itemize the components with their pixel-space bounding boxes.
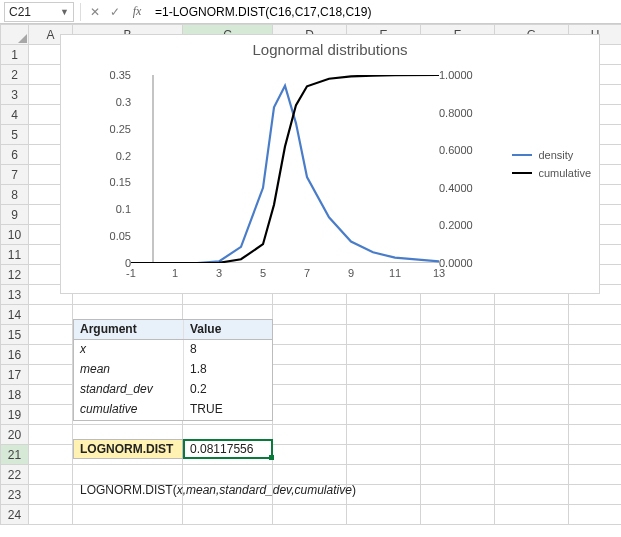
cell[interactable] — [347, 485, 421, 505]
chart[interactable]: Lognormal distributions 00.050.10.150.20… — [60, 34, 600, 294]
cell[interactable] — [273, 505, 347, 525]
cell[interactable] — [73, 505, 183, 525]
cell[interactable] — [421, 425, 495, 445]
cell[interactable] — [569, 485, 622, 505]
cell[interactable] — [569, 325, 622, 345]
row-header-15[interactable]: 15 — [1, 325, 29, 345]
cell[interactable] — [273, 325, 347, 345]
cell[interactable] — [421, 325, 495, 345]
cell[interactable] — [569, 405, 622, 425]
cell[interactable] — [273, 385, 347, 405]
cell[interactable] — [29, 505, 73, 525]
cell[interactable] — [347, 505, 421, 525]
fx-icon[interactable]: fx — [129, 4, 145, 19]
cell[interactable] — [347, 405, 421, 425]
cell[interactable] — [273, 345, 347, 365]
row-header-17[interactable]: 17 — [1, 365, 29, 385]
cell[interactable] — [421, 445, 495, 465]
row-header-3[interactable]: 3 — [1, 85, 29, 105]
row-header-11[interactable]: 11 — [1, 245, 29, 265]
cell[interactable] — [347, 325, 421, 345]
cell[interactable] — [29, 465, 73, 485]
cell[interactable] — [421, 405, 495, 425]
cell[interactable] — [421, 465, 495, 485]
row-header-10[interactable]: 10 — [1, 225, 29, 245]
row-header-24[interactable]: 24 — [1, 505, 29, 525]
cell[interactable] — [29, 365, 73, 385]
worksheet[interactable]: A B C D E F G H 123456789101112131415161… — [0, 24, 621, 525]
cell[interactable] — [183, 505, 273, 525]
name-box[interactable]: C21 ▼ — [4, 2, 74, 22]
row-header-9[interactable]: 9 — [1, 205, 29, 225]
cell[interactable] — [421, 385, 495, 405]
cell[interactable] — [495, 305, 569, 325]
cell[interactable] — [495, 325, 569, 345]
cell[interactable] — [569, 445, 622, 465]
accept-icon[interactable]: ✓ — [107, 5, 123, 19]
cell[interactable] — [347, 425, 421, 445]
cell[interactable] — [347, 385, 421, 405]
cell[interactable] — [29, 385, 73, 405]
cell[interactable] — [495, 425, 569, 445]
cell[interactable] — [495, 485, 569, 505]
cell[interactable] — [421, 505, 495, 525]
row-header-5[interactable]: 5 — [1, 125, 29, 145]
row-header-13[interactable]: 13 — [1, 285, 29, 305]
cell[interactable] — [421, 485, 495, 505]
cell[interactable] — [421, 365, 495, 385]
cell[interactable] — [569, 505, 622, 525]
cell[interactable] — [347, 445, 421, 465]
cell[interactable] — [273, 305, 347, 325]
cell[interactable] — [569, 425, 622, 445]
cell[interactable] — [569, 465, 622, 485]
cell[interactable] — [273, 365, 347, 385]
row-header-20[interactable]: 20 — [1, 425, 29, 445]
row-header-4[interactable]: 4 — [1, 105, 29, 125]
formula-input[interactable] — [153, 2, 617, 22]
cell[interactable] — [495, 365, 569, 385]
cell[interactable] — [421, 305, 495, 325]
cancel-icon[interactable]: ✕ — [87, 5, 103, 19]
cell[interactable] — [569, 305, 622, 325]
cell[interactable] — [273, 425, 347, 445]
row-header-19[interactable]: 19 — [1, 405, 29, 425]
cell[interactable] — [29, 485, 73, 505]
row-header-12[interactable]: 12 — [1, 265, 29, 285]
row-header-1[interactable]: 1 — [1, 45, 29, 65]
cell[interactable] — [421, 345, 495, 365]
cell[interactable] — [273, 405, 347, 425]
cell[interactable] — [29, 405, 73, 425]
cell[interactable] — [273, 465, 347, 485]
cell[interactable] — [29, 345, 73, 365]
select-all-corner[interactable] — [1, 25, 29, 45]
cell[interactable] — [29, 305, 73, 325]
row-header-22[interactable]: 22 — [1, 465, 29, 485]
row-header-16[interactable]: 16 — [1, 345, 29, 365]
cell[interactable] — [29, 445, 73, 465]
cell[interactable] — [347, 305, 421, 325]
row-header-21[interactable]: 21 — [1, 445, 29, 465]
cell[interactable] — [273, 445, 347, 465]
cell[interactable] — [29, 325, 73, 345]
result-value-cell[interactable]: 0.08117556 — [183, 439, 273, 459]
cell[interactable] — [495, 385, 569, 405]
cell[interactable] — [183, 465, 273, 485]
cell[interactable] — [569, 365, 622, 385]
row-header-7[interactable]: 7 — [1, 165, 29, 185]
row-header-8[interactable]: 8 — [1, 185, 29, 205]
cell[interactable] — [569, 385, 622, 405]
cell[interactable] — [569, 345, 622, 365]
cell[interactable] — [495, 465, 569, 485]
cell[interactable] — [29, 425, 73, 445]
row-header-6[interactable]: 6 — [1, 145, 29, 165]
cell[interactable] — [347, 365, 421, 385]
cell[interactable] — [495, 505, 569, 525]
cell[interactable] — [347, 465, 421, 485]
cell[interactable] — [495, 405, 569, 425]
cell[interactable] — [73, 465, 183, 485]
row-header-2[interactable]: 2 — [1, 65, 29, 85]
chevron-down-icon[interactable]: ▼ — [60, 7, 69, 17]
row-header-18[interactable]: 18 — [1, 385, 29, 405]
cell[interactable] — [495, 445, 569, 465]
row-header-23[interactable]: 23 — [1, 485, 29, 505]
